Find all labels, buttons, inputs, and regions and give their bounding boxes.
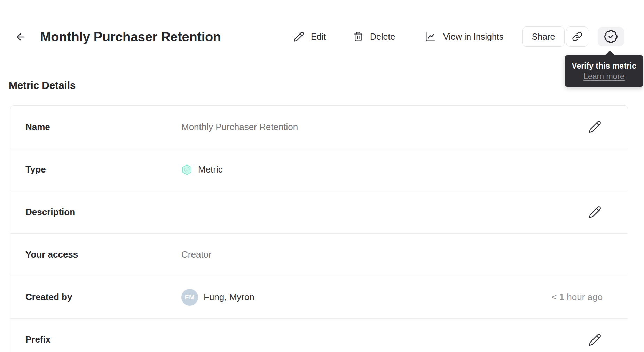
row-label: Prefix	[25, 334, 181, 345]
verify-badge-icon	[604, 29, 618, 44]
metric-details-page: Monthly Purchaser Retention Edit Delete …	[0, 0, 644, 352]
view-in-insights-label: View in Insights	[443, 32, 503, 42]
edit-name-button[interactable]	[587, 119, 603, 135]
pencil-icon	[588, 333, 602, 346]
created-timestamp: < 1 hour ago	[551, 292, 603, 303]
copy-link-button[interactable]	[566, 26, 588, 47]
row-value: Monthly Purchaser Retention	[181, 118, 587, 135]
edit-button[interactable]: Edit	[293, 26, 326, 47]
row-label: Description	[25, 207, 181, 217]
edit-prefix-button[interactable]	[587, 332, 603, 347]
metric-details-card: Name Monthly Purchaser Retention Type Me…	[10, 105, 628, 352]
row-value: Creator	[181, 246, 603, 263]
avatar: FM	[181, 289, 198, 306]
table-row-description: Description	[10, 191, 628, 233]
row-value	[181, 204, 587, 221]
delete-button[interactable]: Delete	[353, 26, 395, 47]
row-value	[181, 331, 587, 348]
edit-description-button[interactable]	[587, 205, 603, 220]
learn-more-link[interactable]: Learn more	[583, 72, 625, 81]
pencil-icon	[293, 31, 304, 42]
delete-label: Delete	[370, 32, 395, 42]
table-row-type: Type Metric	[10, 148, 628, 191]
verify-metric-button[interactable]	[598, 27, 624, 46]
tooltip-title: Verify this metric	[572, 61, 636, 71]
line-chart-icon	[425, 31, 437, 43]
pencil-icon	[588, 206, 602, 219]
header-divider	[8, 64, 636, 64]
table-row-your-access: Your access Creator	[10, 233, 628, 276]
share-label: Share	[532, 32, 555, 42]
page-title: Monthly Purchaser Retention	[40, 30, 221, 44]
back-button[interactable]	[13, 30, 29, 44]
row-label: Type	[25, 164, 181, 175]
row-label: Name	[25, 122, 181, 132]
table-row-created-by: Created by FM Fung, Myron < 1 hour ago	[10, 276, 628, 318]
share-button[interactable]: Share	[522, 26, 565, 47]
pencil-icon	[588, 120, 602, 133]
table-row-prefix: Prefix	[10, 318, 628, 352]
link-icon	[572, 31, 582, 42]
trash-icon	[353, 31, 363, 42]
type-value: Metric	[198, 164, 223, 175]
verify-tooltip: Verify this metric Learn more	[565, 55, 643, 87]
created-by-value: Fung, Myron	[204, 292, 254, 303]
arrow-left-icon	[15, 31, 27, 43]
table-row-name: Name Monthly Purchaser Retention	[10, 106, 628, 148]
row-label: Created by	[25, 292, 181, 303]
section-heading: Metric Details	[9, 79, 76, 91]
edit-label: Edit	[311, 32, 326, 42]
metric-hexagon-icon	[181, 164, 193, 175]
row-label: Your access	[25, 249, 181, 260]
view-in-insights-button[interactable]: View in Insights	[425, 26, 503, 47]
